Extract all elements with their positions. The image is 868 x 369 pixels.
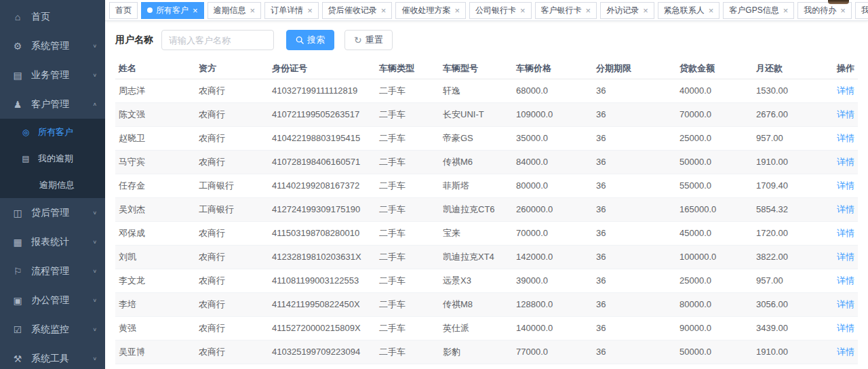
search-form: 用户名称 搜索 ↻ 重置	[105, 21, 868, 58]
table-cell: 凯迪拉克CT6	[439, 197, 513, 221]
sidebar-item[interactable]: ⌂首页	[0, 2, 105, 31]
table-cell: 农商行	[195, 292, 269, 316]
table-cell: 农商行	[195, 102, 269, 126]
close-icon[interactable]: ×	[709, 6, 714, 15]
detail-link[interactable]: 详情	[837, 323, 854, 333]
sidebar-item[interactable]: ⚒系统工具∨	[0, 344, 105, 369]
search-icon	[296, 36, 304, 44]
sidebar-item-label: 系统工具	[31, 353, 92, 365]
table-cell: 1720.00	[753, 221, 829, 245]
table-cell: 25000.0	[676, 269, 753, 292]
detail-link[interactable]: 详情	[837, 275, 854, 286]
office-icon: ▣	[12, 295, 23, 306]
search-input[interactable]	[161, 30, 274, 50]
action-cell: 详情	[829, 102, 858, 126]
table-cell: 农商行	[195, 316, 269, 340]
sidebar-item[interactable]: ▦报表统计∨	[0, 227, 105, 256]
reset-button[interactable]: ↻ 重置	[344, 30, 393, 50]
search-label: 用户名称	[115, 34, 153, 46]
table-cell: 二手车	[376, 174, 439, 197]
table-cell: 刘凯	[115, 245, 195, 269]
table-cell: 36	[593, 269, 676, 292]
sidebar-item[interactable]: ♟客户管理∧	[0, 90, 105, 119]
close-icon[interactable]: ×	[454, 6, 460, 15]
tab-item[interactable]: 催收处理方案×	[395, 2, 466, 19]
detail-link[interactable]: 详情	[837, 204, 854, 214]
tab-label: 我的待办	[804, 5, 836, 16]
tab-item[interactable]: 逾期信息×	[208, 2, 262, 19]
tab-item[interactable]: 订单详情×	[264, 2, 319, 19]
table-cell: 100000.0	[676, 245, 753, 269]
table-cell: 二手车	[376, 102, 439, 126]
close-icon[interactable]: ×	[840, 6, 846, 15]
sidebar-item[interactable]: ▣办公管理∨	[0, 286, 105, 315]
table-cell: 赵晓卫	[115, 126, 195, 150]
action-cell: 详情	[829, 79, 858, 102]
detail-link[interactable]: 详情	[837, 157, 854, 167]
column-header: 贷款金额	[676, 58, 753, 79]
table-cell: 39000.0	[513, 269, 593, 292]
action-cell: 详情	[829, 126, 858, 150]
table-cell: 957.00	[753, 126, 829, 150]
table-cell: 36	[593, 197, 676, 221]
close-icon[interactable]: ×	[307, 6, 313, 15]
table-cell: 90000.0	[676, 316, 753, 340]
sidebar-item-label: 系统监控	[31, 324, 92, 336]
detail-link[interactable]: 详情	[837, 109, 854, 119]
tab-item[interactable]: 客户银行卡×	[535, 2, 597, 19]
sidebar-item[interactable]: ◫贷后管理∨	[0, 198, 105, 227]
table-cell: 36	[593, 245, 676, 269]
sidebar-item-label: 逾期信息	[39, 179, 97, 191]
table-cell: 1910.00	[753, 340, 829, 364]
close-icon[interactable]: ×	[193, 6, 198, 15]
close-icon[interactable]: ×	[520, 6, 526, 15]
table-cell: 翟晓伟	[115, 364, 195, 369]
table-cell: 远景X3	[439, 269, 513, 292]
detail-link[interactable]: 详情	[837, 85, 854, 96]
close-icon[interactable]: ×	[783, 6, 789, 15]
sidebar-item[interactable]: ⚙系统管理∨	[0, 31, 105, 60]
tab-item[interactable]: 紧急联系人×	[658, 2, 720, 19]
detail-link[interactable]: 详情	[837, 347, 854, 357]
close-icon[interactable]: ×	[250, 6, 256, 15]
column-header: 操作	[829, 58, 858, 79]
close-icon[interactable]: ×	[586, 6, 591, 15]
table-cell: 小鹏	[439, 364, 513, 369]
table-cell: 3056.00	[753, 292, 829, 316]
close-icon[interactable]: ×	[643, 6, 648, 15]
tab-item[interactable]: 客户GPS信息×	[723, 2, 794, 19]
detail-link[interactable]: 详情	[837, 299, 854, 309]
avatar[interactable]	[828, 0, 849, 4]
detail-link[interactable]: 详情	[837, 252, 854, 262]
tab-item[interactable]: 贷后催收记录×	[322, 2, 393, 19]
table-cell	[676, 364, 753, 369]
sidebar-item[interactable]: ▤我的逾期	[0, 145, 105, 172]
table-cell: 50000.0	[676, 340, 753, 364]
tab-item[interactable]: 外访记录×	[600, 2, 654, 19]
table-cell: 36	[593, 316, 676, 340]
table-cell: 142000.0	[513, 245, 593, 269]
tab-item[interactable]: 公司银行卡×	[469, 2, 532, 19]
detail-link[interactable]: 详情	[837, 228, 854, 238]
sidebar-item[interactable]: ▤业务管理∨	[0, 60, 105, 90]
sidebar-item-label: 首页	[31, 11, 97, 23]
sidebar-item[interactable]: ☑系统监控∨	[0, 315, 105, 344]
table-cell: 41142119950822450X	[269, 292, 376, 316]
sidebar-item[interactable]: ◎所有客户	[0, 119, 105, 145]
table-cell: 50000.0	[676, 150, 753, 174]
tab-label: 紧急联系人	[664, 5, 705, 16]
sidebar-item[interactable]: ⚐流程管理∨	[0, 256, 105, 286]
tab-item[interactable]: 所有客户×	[141, 2, 204, 19]
tab-item[interactable]: 我的待办×	[797, 2, 852, 19]
table-cell: 36	[593, 150, 676, 174]
close-icon[interactable]: ×	[381, 6, 387, 15]
tab-item[interactable]: 首页	[109, 2, 138, 19]
sidebar-item[interactable]: 逾期信息	[0, 172, 105, 198]
table-cell: 5854.32	[753, 197, 829, 221]
detail-link[interactable]: 详情	[837, 180, 854, 191]
table-row: 陈文强农商行410721199505263517二手车长安UNI-T109000…	[115, 102, 858, 126]
tab-item[interactable]: 我的流程×	[855, 2, 868, 19]
search-button[interactable]: 搜索	[286, 30, 334, 50]
table-cell: 周志洋	[115, 79, 195, 102]
detail-link[interactable]: 详情	[837, 133, 854, 143]
